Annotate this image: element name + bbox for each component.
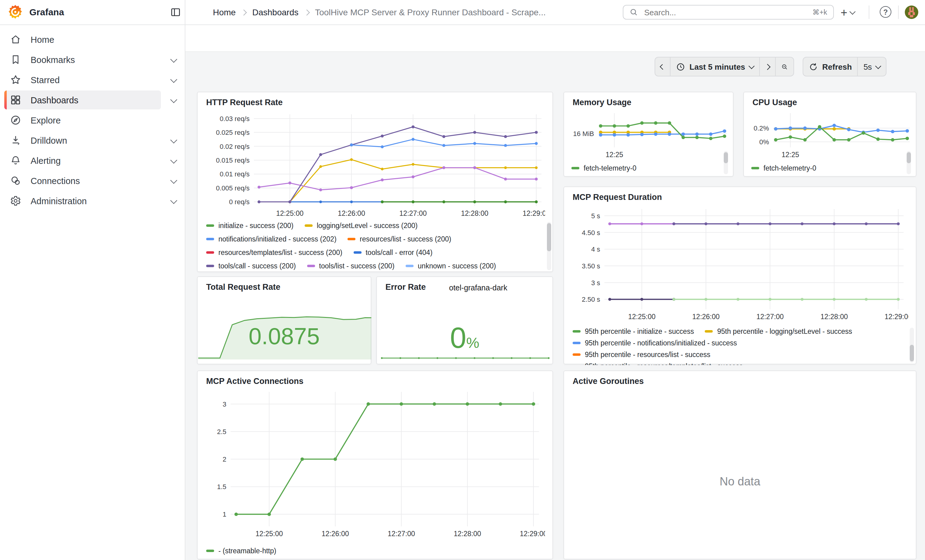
legend-item[interactable]: 95th percentile - initialize - success (572, 328, 694, 335)
legend-scrollbar-thumb[interactable] (547, 223, 551, 251)
panel-active-goroutines: Active Goroutines No data (563, 371, 916, 559)
stat-value: 0% (377, 321, 553, 354)
no-data-message: No data (564, 475, 916, 488)
time-range-label: Last 5 minutes (690, 62, 745, 71)
legend-item[interactable]: fetch-telemetry-0 (751, 164, 817, 172)
legend: - (streamable-http) (206, 547, 546, 558)
stat-value: 0.0875 (197, 323, 371, 350)
panel-title[interactable]: HTTP Request Rate (206, 98, 283, 107)
chevron-down-icon (170, 157, 178, 164)
legend-item[interactable]: tools/call - success (200) (206, 262, 296, 270)
zoom-out-button[interactable] (776, 57, 794, 77)
sidebar-item-drilldown[interactable]: Drilldown (0, 130, 185, 150)
legend-item[interactable]: resources/templates/list - success (200) (206, 249, 342, 256)
refresh-button[interactable]: Refresh (803, 57, 858, 77)
drilldown-icon (10, 135, 21, 146)
sidebar-item-bookmarks[interactable]: Bookmarks (0, 50, 185, 70)
panel-mcp-request-duration: MCP Request Duration 2.50 s3 s3.50 s4 s4… (563, 186, 916, 364)
legend-item[interactable]: notifications/initialized - success (202… (206, 236, 336, 243)
grafana-app: Grafana Home Dashboards ToolHive MCP Ser… (0, 0, 925, 560)
legend: fetch-telemetry-0 (751, 164, 910, 176)
search-input[interactable]: ⌘+k (623, 5, 834, 20)
svg-text:0%: 0% (759, 138, 769, 146)
panel-error-rate: Error Rate otel-grafana-dark 0% (376, 276, 553, 364)
mcp-request-duration-chart[interactable]: 2.50 s3 s3.50 s4 s4.50 s5 s12:25:0012:26… (572, 203, 908, 325)
time-range-picker[interactable]: Last 5 minutes (670, 57, 760, 77)
legend-swatch-icon (751, 167, 759, 169)
time-forward-button[interactable] (760, 57, 776, 77)
panel-title[interactable]: Error Rate (386, 282, 426, 291)
sidebar-item-starred[interactable]: Starred (0, 70, 185, 90)
active-item-highlight (4, 90, 161, 110)
search-field[interactable] (643, 7, 812, 17)
chevron-down-icon (850, 8, 856, 14)
legend-swatch-icon (571, 167, 579, 169)
legend-swatch-icon (353, 251, 361, 254)
legend-swatch-icon (572, 342, 581, 344)
add-new-button[interactable]: + (841, 5, 855, 20)
sidebar-item-home[interactable]: Home (0, 29, 185, 50)
legend-item[interactable]: - (streamable-http) (206, 547, 276, 554)
user-avatar[interactable] (905, 6, 918, 19)
http-request-rate-chart[interactable]: 0 req/s0.005 req/s0.01 req/s0.015 req/s0… (206, 108, 545, 222)
sidebar-item-explore[interactable]: Explore (0, 110, 185, 130)
legend-item[interactable]: 95th percentile - resources/templates/li… (572, 363, 743, 365)
legend-scrollbar-thumb[interactable] (724, 152, 728, 163)
legend-item[interactable]: fetch-telemetry-0 (571, 164, 637, 172)
sidebar-item-administration[interactable]: Administration (0, 191, 185, 211)
svg-text:3 s: 3 s (591, 279, 600, 287)
chevron-down-icon (170, 76, 178, 83)
breadcrumb-home[interactable]: Home (213, 8, 236, 17)
legend-item[interactable]: initialize - success (200) (206, 222, 293, 229)
panel-http-request-rate: HTTP Request Rate 0 req/s0.005 req/s0.01… (197, 92, 553, 272)
svg-text:16 MiB: 16 MiB (573, 130, 594, 138)
chevron-down-icon (170, 177, 178, 184)
legend-scrollbar-thumb[interactable] (910, 345, 914, 361)
refresh-interval-picker[interactable]: 5s (858, 57, 886, 77)
mcp-active-connections-chart[interactable]: 11.522.5312:25:0012:26:0012:27:0012:28:0… (206, 387, 545, 543)
sidebar-item-label: Drilldown (30, 135, 67, 145)
svg-text:2.50 s: 2.50 s (582, 296, 600, 303)
panel-title[interactable]: MCP Request Duration (572, 192, 662, 202)
time-back-button[interactable] (655, 57, 670, 77)
refresh-label: Refresh (822, 62, 852, 71)
panel-title[interactable]: Active Goroutines (572, 377, 644, 386)
svg-text:12:25:00: 12:25:00 (255, 530, 283, 538)
chevron-down-icon (170, 96, 178, 103)
breadcrumb-dashboards[interactable]: Dashboards (252, 8, 298, 17)
svg-text:0.02 req/s: 0.02 req/s (220, 143, 250, 150)
legend-item[interactable]: 95th percentile - notifications/initiali… (572, 339, 737, 347)
clock-icon (676, 62, 685, 71)
legend-item[interactable]: tools/call - error (404) (353, 249, 432, 256)
legend-item[interactable]: logging/setLevel - success (200) (304, 222, 417, 229)
legend-item[interactable]: 95th percentile - resources/list - succe… (572, 351, 710, 358)
sidebar-collapse-icon[interactable] (170, 7, 181, 18)
memory-usage-chart[interactable]: 16 MiB12:25 (569, 110, 729, 157)
legend-item[interactable]: unknown - success (200) (405, 262, 496, 270)
sidebar-item-connections[interactable]: Connections (0, 171, 185, 191)
panel-title[interactable]: Memory Usage (572, 98, 631, 107)
sidebar-item-alerting[interactable]: Alerting (0, 150, 185, 171)
panel-title[interactable]: CPU Usage (752, 98, 797, 107)
brand-title: Grafana (29, 7, 64, 17)
legend-scrollbar-thumb[interactable] (907, 152, 911, 163)
svg-text:12:26:00: 12:26:00 (692, 313, 720, 321)
sidebar-item-dashboards[interactable]: Dashboards (0, 90, 185, 110)
legend-item[interactable]: tools/list - success (200) (307, 262, 395, 270)
panel-title[interactable]: Total Request Rate (206, 282, 280, 291)
svg-text:12:29:00: 12:29:00 (523, 209, 545, 217)
svg-text:12:26:00: 12:26:00 (321, 530, 349, 538)
svg-text:0.015 req/s: 0.015 req/s (216, 156, 250, 164)
help-button[interactable]: ? (880, 6, 891, 18)
legend-item[interactable]: resources/list - success (200) (348, 236, 451, 243)
sidebar-item-label: Bookmarks (30, 55, 75, 65)
legend-swatch-icon (206, 549, 214, 552)
legend-item[interactable]: 95th percentile - logging/setLevel - suc… (705, 328, 852, 335)
legend-swatch-icon (307, 265, 315, 267)
chevron-down-icon (170, 197, 178, 204)
cpu-usage-chart[interactable]: 0.2%0%12:25 (749, 110, 912, 157)
svg-text:3.50 s: 3.50 s (582, 262, 600, 270)
legend-swatch-icon (572, 353, 581, 356)
svg-text:12:25: 12:25 (782, 151, 799, 157)
panel-title[interactable]: MCP Active Connections (206, 377, 303, 386)
